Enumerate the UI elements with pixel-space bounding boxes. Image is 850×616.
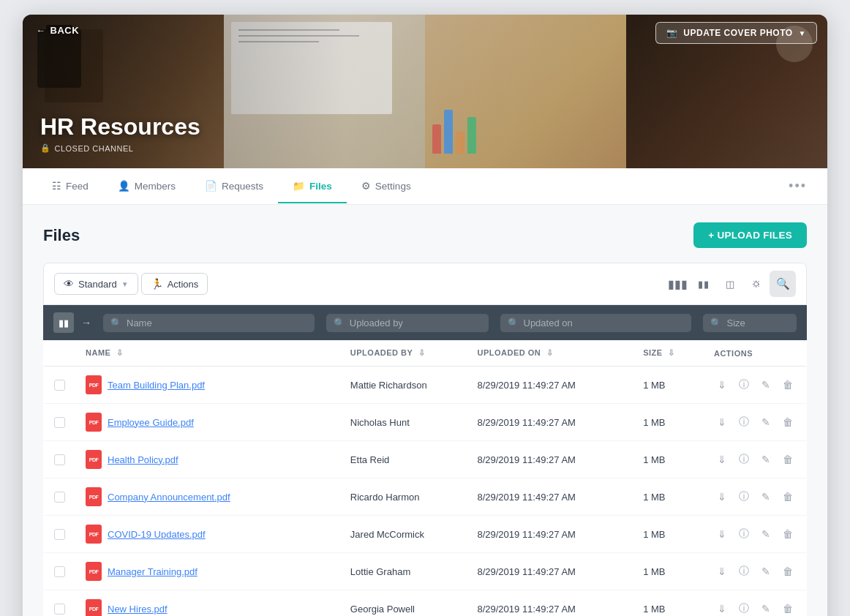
columns-icon: ▮▮ bbox=[53, 312, 74, 333]
tab-settings[interactable]: ⚙ Settings bbox=[347, 170, 426, 203]
info-button[interactable]: ⓘ bbox=[736, 563, 752, 579]
uploaded-by-cell: Nicholas Hunt bbox=[340, 404, 467, 441]
dropdown-chevron-icon: ▼ bbox=[799, 29, 806, 37]
info-button[interactable]: ⓘ bbox=[736, 414, 752, 430]
download-button[interactable]: ⇓ bbox=[714, 451, 730, 467]
actions-cell: ⇓ ⓘ ✎ 🗑 bbox=[704, 404, 807, 441]
info-button[interactable]: ⓘ bbox=[736, 377, 752, 393]
delete-button[interactable]: 🗑 bbox=[780, 526, 796, 542]
info-button[interactable]: ⓘ bbox=[736, 451, 752, 467]
uploaded-by-search-input[interactable] bbox=[350, 318, 481, 328]
tab-settings-label: Settings bbox=[375, 181, 411, 192]
file-link[interactable]: COVID-19 Updates.pdf bbox=[108, 529, 206, 540]
updated-on-search-icon: 🔍 bbox=[508, 318, 519, 328]
row-checkbox[interactable] bbox=[54, 492, 65, 503]
info-button[interactable]: ⓘ bbox=[736, 489, 752, 505]
tab-feed[interactable]: ☷ Feed bbox=[37, 170, 103, 203]
edit-button[interactable]: ✎ bbox=[758, 563, 774, 579]
file-name-cell: Employee Guide.pdf bbox=[75, 404, 340, 441]
name-sort-icon: ⇩ bbox=[116, 348, 124, 357]
file-name-cell: New Hires.pdf bbox=[75, 590, 340, 617]
search-bar-left: ▮▮ → bbox=[53, 312, 91, 333]
hero-info: HR Resources 🔒 CLOSED CHANNEL bbox=[40, 113, 200, 154]
delete-button[interactable]: 🗑 bbox=[780, 414, 796, 430]
size-search-input[interactable] bbox=[726, 318, 789, 328]
row-checkbox[interactable] bbox=[54, 529, 65, 540]
size-cell: 1 MB bbox=[633, 478, 704, 516]
info-button[interactable]: ⓘ bbox=[736, 601, 752, 616]
size-column-header[interactable]: SIZE ⇩ bbox=[633, 340, 704, 367]
actions-button[interactable]: 🏃 Actions bbox=[141, 273, 208, 295]
updated-on-search-input[interactable] bbox=[524, 318, 685, 328]
tab-files[interactable]: 📁 Files bbox=[278, 170, 347, 203]
edit-button[interactable]: ✎ bbox=[758, 414, 774, 430]
files-section-title: Files bbox=[43, 226, 80, 245]
settings-icon: ⚙ bbox=[361, 180, 371, 192]
delete-button[interactable]: 🗑 bbox=[780, 377, 796, 393]
download-button[interactable]: ⇓ bbox=[714, 601, 730, 616]
uploaded-by-column-header[interactable]: UPLOADED BY ⇩ bbox=[340, 340, 467, 367]
updated-on-search-group[interactable]: 🔍 bbox=[500, 314, 692, 332]
row-checkbox[interactable] bbox=[54, 380, 65, 391]
file-link[interactable]: Employee Guide.pdf bbox=[108, 417, 194, 428]
download-button[interactable]: ⇓ bbox=[714, 563, 730, 579]
pdf-file-icon bbox=[86, 562, 102, 581]
bar-chart-button[interactable]: ▮▮▮ bbox=[664, 271, 691, 297]
tab-members[interactable]: 👤 Members bbox=[103, 170, 190, 203]
info-button[interactable]: ⓘ bbox=[736, 526, 752, 542]
file-link[interactable]: New Hires.pdf bbox=[108, 604, 168, 615]
download-button[interactable]: ⇓ bbox=[714, 377, 730, 393]
delete-button[interactable]: 🗑 bbox=[780, 451, 796, 467]
table-row: Company Announcement.pdf Ricardo Harmon … bbox=[44, 478, 807, 516]
row-checkbox[interactable] bbox=[54, 454, 65, 465]
delete-button[interactable]: 🗑 bbox=[780, 601, 796, 616]
uploaded-on-column-header[interactable]: UPLOADED ON ⇩ bbox=[467, 340, 633, 367]
actions-cell: ⇓ ⓘ ✎ 🗑 bbox=[704, 478, 807, 516]
pdf-file-icon bbox=[86, 413, 102, 432]
back-button[interactable]: ← BACK bbox=[36, 25, 79, 36]
file-link[interactable]: Team Building Plan.pdf bbox=[108, 380, 205, 391]
edit-button[interactable]: ✎ bbox=[758, 377, 774, 393]
size-search-group[interactable]: 🔍 bbox=[703, 314, 797, 332]
update-cover-button[interactable]: 📷 UPDATE COVER PHOTO ▼ bbox=[655, 22, 817, 44]
pdf-file-icon bbox=[86, 487, 102, 506]
delete-button[interactable]: 🗑 bbox=[780, 489, 796, 505]
edit-button[interactable]: ✎ bbox=[758, 489, 774, 505]
file-link[interactable]: Manager Training.pdf bbox=[108, 566, 198, 577]
name-column-header[interactable]: NAME ⇩ bbox=[75, 340, 340, 367]
file-link[interactable]: Company Announcement.pdf bbox=[108, 492, 230, 503]
pdf-file-icon bbox=[86, 525, 102, 544]
name-search-input[interactable] bbox=[127, 318, 307, 328]
search-bar: ▮▮ → 🔍 🔍 🔍 🔍 bbox=[43, 305, 807, 340]
filter-icon: ⛭ bbox=[751, 278, 761, 290]
download-button[interactable]: ⇓ bbox=[714, 526, 730, 542]
edit-button[interactable]: ✎ bbox=[758, 451, 774, 467]
row-checkbox[interactable] bbox=[54, 566, 65, 577]
uploaded-by-cell: Etta Reid bbox=[340, 441, 467, 478]
delete-button[interactable]: 🗑 bbox=[780, 563, 796, 579]
download-button[interactable]: ⇓ bbox=[714, 489, 730, 505]
row-checkbox[interactable] bbox=[54, 604, 65, 615]
download-button[interactable]: ⇓ bbox=[714, 414, 730, 430]
edit-button[interactable]: ✎ bbox=[758, 526, 774, 542]
more-options-button[interactable]: ••• bbox=[783, 168, 813, 204]
file-link[interactable]: Health Policy.pdf bbox=[108, 454, 178, 465]
uploaded-by-search-group[interactable]: 🔍 bbox=[326, 314, 489, 332]
tab-requests[interactable]: 📄 Requests bbox=[190, 170, 278, 203]
column-view-button[interactable]: ▮▮ bbox=[691, 271, 717, 297]
row-checkbox[interactable] bbox=[54, 417, 65, 428]
standard-view-button[interactable]: 👁 Standard ▼ bbox=[54, 273, 138, 295]
search-button[interactable]: 🔍 bbox=[770, 271, 796, 297]
actions-cell: ⇓ ⓘ ✎ 🗑 bbox=[704, 367, 807, 404]
upload-files-button[interactable]: + UPLOAD FILES bbox=[693, 222, 807, 248]
filter-button[interactable]: ⛭ bbox=[743, 271, 770, 297]
edit-button[interactable]: ✎ bbox=[758, 601, 774, 616]
image-icon: 📷 bbox=[666, 28, 678, 38]
files-header: Files + UPLOAD FILES bbox=[43, 222, 807, 248]
name-search-group[interactable]: 🔍 bbox=[103, 314, 315, 332]
file-name-cell: Manager Training.pdf bbox=[75, 553, 340, 590]
uploaded-by-cell: Lottie Graham bbox=[340, 553, 467, 590]
channel-type: CLOSED CHANNEL bbox=[55, 144, 134, 153]
grid-view-button[interactable]: ◫ bbox=[717, 271, 743, 297]
uploaded-on-sort-icon: ⇩ bbox=[546, 348, 554, 357]
